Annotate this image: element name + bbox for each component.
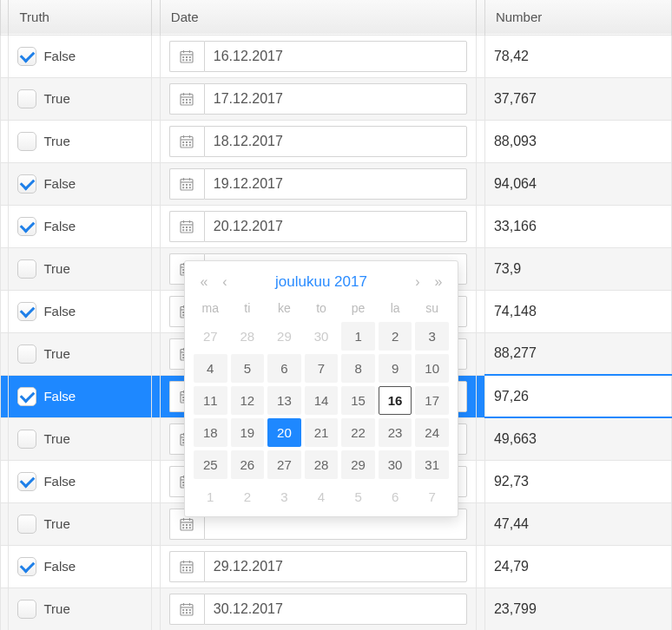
table-row[interactable]: True23,799 (1, 587, 672, 630)
date-input[interactable] (204, 211, 468, 242)
calendar-day[interactable]: 6 (267, 354, 301, 383)
table-row[interactable]: False24,79 (1, 545, 672, 587)
next-month-icon[interactable]: › (409, 274, 426, 290)
calendar-icon[interactable] (169, 211, 204, 242)
truth-checkbox[interactable] (17, 47, 36, 66)
truth-checkbox[interactable] (17, 89, 36, 108)
truth-cell[interactable]: True (9, 587, 152, 630)
calendar-day[interactable]: 25 (194, 450, 227, 479)
date-cell[interactable] (160, 545, 477, 587)
truth-checkbox[interactable] (17, 259, 36, 279)
number-cell[interactable]: 73,9 (484, 247, 671, 290)
number-cell[interactable]: 88,277 (484, 332, 671, 375)
truth-cell[interactable]: False (9, 205, 152, 247)
truth-checkbox[interactable] (17, 345, 36, 364)
table-row[interactable]: True88,093 (1, 120, 672, 162)
calendar-day[interactable]: 11 (194, 386, 227, 415)
calendar-day[interactable]: 19 (231, 418, 265, 447)
truth-checkbox[interactable] (17, 174, 36, 194)
calendar-day[interactable]: 14 (305, 386, 339, 415)
number-cell[interactable]: 94,064 (484, 162, 671, 205)
prev-month-icon[interactable]: ‹ (216, 274, 234, 290)
calendar-day[interactable]: 3 (415, 322, 449, 351)
calendar-day[interactable]: 3 (267, 482, 301, 511)
date-input[interactable] (204, 551, 468, 582)
truth-checkbox[interactable] (17, 472, 36, 491)
calendar-day[interactable]: 20 (267, 418, 301, 447)
calendar-day[interactable]: 17 (415, 386, 449, 415)
truth-cell[interactable]: False (9, 290, 152, 332)
calendar-day[interactable]: 5 (341, 482, 375, 511)
table-row[interactable]: False94,064 (1, 162, 672, 205)
calendar-day[interactable]: 24 (415, 418, 449, 447)
number-cell[interactable]: 47,44 (484, 502, 671, 545)
truth-cell[interactable]: False (9, 375, 152, 417)
date-cell[interactable] (160, 205, 477, 247)
calendar-day[interactable]: 28 (231, 322, 265, 351)
truth-cell[interactable]: True (9, 120, 152, 162)
calendar-icon[interactable] (169, 83, 204, 115)
truth-cell[interactable]: False (9, 545, 152, 587)
number-cell[interactable]: 33,166 (484, 205, 671, 247)
number-cell[interactable]: 23,799 (484, 587, 671, 630)
number-cell[interactable]: 78,42 (484, 35, 671, 77)
calendar-icon[interactable] (169, 41, 204, 72)
date-input[interactable] (204, 594, 468, 625)
calendar-day[interactable]: 27 (194, 322, 227, 351)
calendar-day[interactable]: 5 (231, 354, 265, 383)
date-input[interactable] (204, 41, 468, 72)
truth-checkbox[interactable] (17, 557, 36, 576)
calendar-day[interactable]: 28 (305, 450, 339, 479)
calendar-day[interactable]: 10 (415, 354, 449, 383)
calendar-day[interactable]: 18 (194, 418, 227, 447)
truth-cell[interactable]: True (9, 502, 152, 545)
calendar-day[interactable]: 30 (305, 322, 339, 351)
calendar-day[interactable]: 6 (379, 482, 412, 511)
truth-checkbox[interactable] (17, 387, 36, 406)
next-year-icon[interactable]: » (430, 274, 447, 290)
number-cell[interactable]: 24,79 (484, 545, 671, 587)
date-cell[interactable] (160, 120, 477, 162)
number-cell[interactable]: 37,767 (484, 77, 671, 120)
calendar-day[interactable]: 7 (415, 482, 449, 511)
truth-checkbox[interactable] (17, 430, 36, 449)
date-cell[interactable] (160, 587, 477, 630)
calendar-day[interactable]: 30 (379, 450, 412, 479)
calendar-day[interactable]: 27 (267, 450, 301, 479)
calendar-day[interactable]: 12 (231, 386, 265, 415)
calendar-day[interactable]: 2 (231, 482, 265, 511)
calendar-day[interactable]: 22 (341, 418, 375, 447)
truth-checkbox[interactable] (17, 217, 36, 236)
date-input[interactable] (204, 168, 468, 200)
calendar-icon[interactable] (169, 551, 204, 582)
truth-cell[interactable]: False (9, 460, 152, 502)
calendar-day[interactable]: 21 (305, 418, 339, 447)
calendar-day[interactable]: 9 (379, 354, 412, 383)
calendar-day[interactable]: 15 (341, 386, 375, 415)
table-row[interactable]: True37,767 (1, 77, 672, 120)
truth-cell[interactable]: True (9, 417, 152, 460)
date-cell[interactable] (160, 77, 477, 120)
truth-cell[interactable]: True (9, 247, 152, 290)
calendar-icon[interactable] (169, 594, 204, 625)
calendar-title[interactable]: joulukuu 2017 (237, 273, 405, 291)
truth-cell[interactable]: True (9, 77, 152, 120)
calendar-day[interactable]: 1 (341, 322, 375, 351)
truth-checkbox[interactable] (17, 132, 36, 151)
truth-checkbox[interactable] (17, 302, 36, 321)
calendar-icon[interactable] (169, 168, 204, 200)
calendar-day[interactable]: 23 (379, 418, 412, 447)
calendar-day[interactable]: 2 (379, 322, 412, 351)
date-cell[interactable] (160, 35, 477, 77)
calendar-icon[interactable] (169, 126, 204, 157)
calendar-day[interactable]: 1 (194, 482, 227, 511)
number-cell[interactable]: 97,26 (484, 375, 671, 417)
calendar-day[interactable]: 16 (379, 386, 412, 415)
date-picker-popup[interactable]: « ‹ joulukuu 2017 › » matiketopelasu2728… (184, 260, 458, 517)
prev-year-icon[interactable]: « (195, 274, 213, 290)
header-truth[interactable]: Truth (9, 0, 152, 35)
calendar-day[interactable]: 4 (305, 482, 339, 511)
calendar-day[interactable]: 8 (341, 354, 375, 383)
calendar-day[interactable]: 26 (231, 450, 265, 479)
truth-cell[interactable]: True (9, 332, 152, 375)
